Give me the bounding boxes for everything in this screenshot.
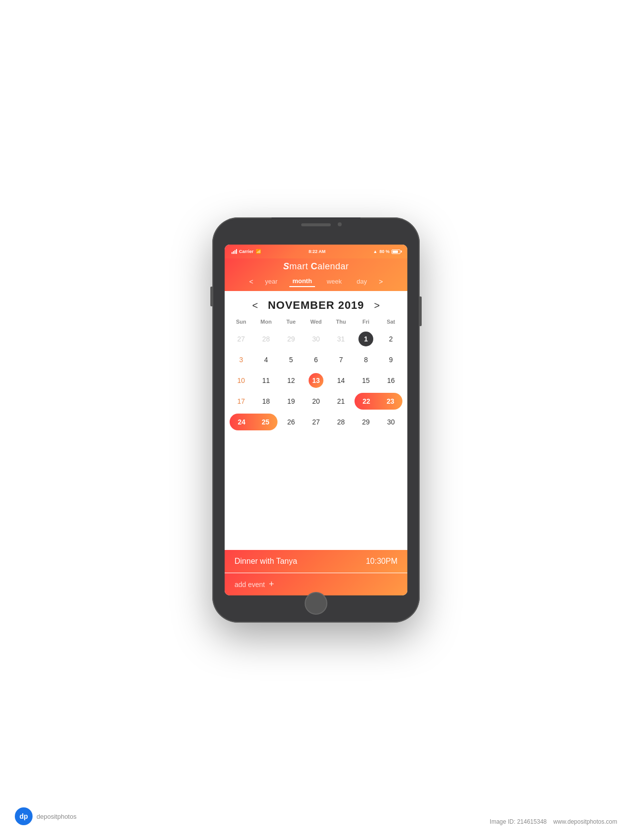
watermark-left: dp depositphotos [15, 807, 77, 825]
calendar-grid: 27 28 29 30 31 1 2 3 4 5 6 7 8 9 10 [225, 329, 407, 432]
cal-day-10[interactable]: 10 [229, 370, 254, 391]
app-header: Smart Calendar < year month week day > [225, 258, 407, 291]
cal-day-12[interactable]: 12 [278, 370, 304, 391]
cal-day-7[interactable]: 7 [328, 349, 354, 370]
dp-logo: dp [15, 807, 33, 825]
wifi-icon: 📶 [256, 249, 261, 254]
dp-brand: depositphotos [37, 813, 77, 820]
cal-day-30-prev[interactable]: 30 [304, 329, 329, 349]
camera-dot [338, 222, 342, 226]
month-title: NOVEMBER 2019 [268, 299, 364, 312]
cal-day-11[interactable]: 11 [254, 370, 279, 391]
status-right: ▲ 80 % [373, 249, 400, 254]
page-wrapper: Carrier 📶 8:22 AM ▲ 80 % Smart Calendar [0, 0, 632, 840]
watermark-right: Image ID: 214615348 www.depositphotos.co… [490, 818, 617, 825]
day-header-sun: Sun [229, 317, 254, 327]
home-button[interactable] [305, 592, 327, 615]
month-prev-arrow[interactable]: < [252, 300, 258, 311]
cal-day-18[interactable]: 18 [254, 391, 279, 412]
cal-day-28-prev[interactable]: 28 [254, 329, 279, 349]
day-header-tue: Tue [278, 317, 304, 327]
battery-percent: 80 % [379, 249, 390, 254]
phone-top-bar [272, 217, 360, 228]
tab-day[interactable]: day [354, 276, 370, 287]
title-c: C [311, 261, 317, 271]
battery-fill [393, 251, 398, 253]
cal-day-26[interactable]: 26 [278, 412, 304, 432]
signal-icon [232, 249, 237, 254]
battery-icon [392, 250, 400, 254]
cal-day-31-prev[interactable]: 31 [328, 329, 354, 349]
cal-day-17[interactable]: 17 [229, 391, 254, 412]
day-header-wed: Wed [304, 317, 329, 327]
cal-day-8[interactable]: 8 [354, 349, 379, 370]
range-24-25-container[interactable]: 24 25 [229, 412, 278, 432]
phone-screen: Carrier 📶 8:22 AM ▲ 80 % Smart Calendar [225, 245, 407, 595]
tab-week[interactable]: week [324, 276, 345, 287]
range-22-23-container[interactable]: 22 23 [354, 391, 403, 412]
tab-year[interactable]: year [262, 276, 280, 287]
day-header-sat: Sat [378, 317, 403, 327]
cal-day-14[interactable]: 14 [328, 370, 354, 391]
cal-day-23[interactable]: 23 [381, 397, 400, 405]
month-next-arrow[interactable]: > [374, 300, 380, 311]
cal-day-29-prev[interactable]: 29 [278, 329, 304, 349]
calendar-area: < NOVEMBER 2019 > Sun Mon Tue Wed Thu Fr… [225, 291, 407, 550]
speaker [301, 223, 331, 226]
status-bar: Carrier 📶 8:22 AM ▲ 80 % [225, 245, 407, 258]
cal-day-15[interactable]: 15 [354, 370, 379, 391]
cal-day-4[interactable]: 4 [254, 349, 279, 370]
cal-day-28[interactable]: 28 [328, 412, 354, 432]
day-header-thu: Thu [328, 317, 354, 327]
cal-day-1[interactable]: 1 [354, 329, 379, 349]
cal-day-6[interactable]: 6 [304, 349, 329, 370]
view-prev-arrow[interactable]: < [249, 278, 253, 286]
app-title: Smart Calendar [225, 261, 407, 272]
cal-day-27[interactable]: 27 [304, 412, 329, 432]
month-nav: < NOVEMBER 2019 > [225, 291, 407, 317]
phone-shell: Carrier 📶 8:22 AM ▲ 80 % Smart Calendar [212, 217, 420, 623]
image-id: 214615348 [517, 818, 547, 825]
cal-day-16[interactable]: 16 [378, 370, 403, 391]
cal-day-27-prev[interactable]: 27 [229, 329, 254, 349]
cal-day-24[interactable]: 24 [232, 418, 251, 426]
cal-day-2[interactable]: 2 [378, 329, 403, 349]
status-left: Carrier 📶 [232, 249, 261, 254]
event-title: Dinner with Tanya [235, 557, 297, 566]
day-header-mon: Mon [254, 317, 279, 327]
cal-day-20[interactable]: 20 [304, 391, 329, 412]
tab-month[interactable]: month [289, 276, 315, 287]
image-id-label: Image ID: [490, 818, 515, 825]
cal-day-30[interactable]: 30 [378, 412, 403, 432]
cal-day-19[interactable]: 19 [278, 391, 304, 412]
day-header-fri: Fri [354, 317, 379, 327]
status-time: 8:22 AM [309, 249, 325, 254]
cal-day-21[interactable]: 21 [328, 391, 354, 412]
add-event-plus-icon[interactable]: + [269, 579, 275, 589]
cal-day-3[interactable]: 3 [229, 349, 254, 370]
title-alendar: alendar [317, 261, 349, 271]
cal-day-9[interactable]: 9 [378, 349, 403, 370]
carrier-label: Carrier [239, 249, 254, 254]
event-item[interactable]: Dinner with Tanya 10:30PM [225, 550, 407, 573]
cal-day-25[interactable]: 25 [256, 418, 276, 426]
view-selector: < year month week day > [225, 276, 407, 287]
cal-day-22[interactable]: 22 [356, 397, 376, 405]
location-icon: ▲ [373, 249, 378, 254]
event-time: 10:30PM [366, 557, 397, 566]
view-next-arrow[interactable]: > [379, 278, 383, 286]
title-s: S [283, 261, 289, 271]
event-panel: Dinner with Tanya 10:30PM add event + [225, 550, 407, 595]
watermark-site: www.depositphotos.com [553, 818, 617, 825]
cal-day-13[interactable]: 13 [304, 370, 329, 391]
day-headers: Sun Mon Tue Wed Thu Fri Sat [225, 317, 407, 327]
cal-day-5[interactable]: 5 [278, 349, 304, 370]
add-event-label: add event [235, 581, 265, 588]
cal-day-29[interactable]: 29 [354, 412, 379, 432]
title-mart: mart [289, 261, 311, 271]
